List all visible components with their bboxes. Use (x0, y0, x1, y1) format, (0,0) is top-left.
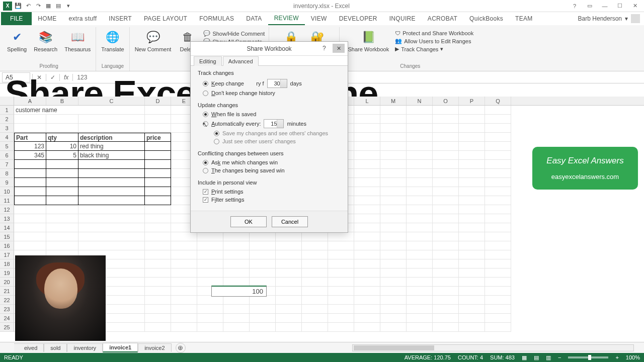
cell[interactable] (380, 178, 407, 187)
radio-dont-keep[interactable]: Don't keep change history (203, 89, 341, 97)
cell[interactable] (485, 151, 511, 160)
cell[interactable] (354, 142, 380, 151)
cell[interactable] (433, 214, 459, 223)
cell[interactable] (302, 241, 328, 250)
row-header[interactable]: 3 (0, 124, 14, 133)
cell[interactable] (380, 250, 407, 259)
cell[interactable] (485, 296, 511, 305)
column-header[interactable]: Q (485, 97, 511, 105)
cell[interactable]: 123 (14, 142, 46, 151)
cell[interactable] (14, 223, 46, 232)
cell[interactable] (145, 214, 171, 223)
cell[interactable] (197, 268, 223, 278)
cell[interactable] (407, 296, 433, 305)
row-header[interactable]: 8 (0, 169, 14, 178)
cell[interactable] (459, 268, 485, 278)
cell[interactable] (433, 250, 459, 259)
cell[interactable] (14, 169, 46, 178)
cell[interactable] (145, 241, 171, 250)
cell[interactable] (223, 296, 250, 305)
cell[interactable] (46, 160, 78, 169)
cell[interactable] (407, 223, 433, 232)
cell[interactable] (354, 323, 380, 332)
showhide-comment-button[interactable]: 💬Show/Hide Comment (203, 30, 265, 37)
cell[interactable] (354, 169, 380, 178)
row-header[interactable]: 21 (0, 287, 14, 296)
cell[interactable] (354, 187, 380, 196)
cell[interactable] (380, 196, 407, 205)
cell[interactable] (380, 268, 407, 278)
column-header[interactable]: L (354, 97, 380, 105)
cell[interactable] (197, 241, 223, 250)
cell[interactable] (459, 115, 485, 124)
minutes-spinner[interactable]: 15 (264, 119, 284, 128)
row-header[interactable]: 18 (0, 259, 14, 268)
cell[interactable] (407, 232, 433, 241)
share-workbook-button[interactable]: 📗Share Workbook (347, 28, 390, 53)
cell[interactable] (171, 305, 197, 314)
cell[interactable] (171, 259, 197, 268)
cell[interactable] (433, 106, 459, 115)
cell[interactable] (14, 115, 46, 124)
cell[interactable] (223, 314, 250, 323)
days-spinner[interactable]: 30 (267, 79, 287, 88)
cell[interactable] (433, 232, 459, 241)
select-all-button[interactable] (0, 97, 14, 105)
cell[interactable] (407, 187, 433, 196)
cell[interactable] (276, 259, 302, 268)
cell[interactable] (354, 205, 380, 214)
cell[interactable] (407, 268, 433, 278)
cell[interactable] (197, 314, 223, 323)
cell[interactable] (380, 187, 407, 196)
cell[interactable] (46, 124, 78, 133)
cell[interactable]: customer name (14, 106, 145, 115)
cell[interactable] (407, 323, 433, 332)
sheet-tab[interactable]: sold (44, 343, 67, 352)
cell[interactable] (250, 250, 276, 259)
cell[interactable] (328, 296, 354, 305)
cell[interactable] (250, 323, 276, 332)
cell[interactable] (407, 133, 433, 142)
radio-being-saved[interactable]: The changes being saved win (203, 166, 341, 174)
cell[interactable] (407, 250, 433, 259)
cell[interactable] (250, 305, 276, 314)
cell[interactable] (380, 106, 407, 115)
cell[interactable] (302, 296, 328, 305)
cell[interactable] (433, 124, 459, 133)
cell[interactable] (354, 196, 380, 205)
sheet-tab[interactable]: invoice2 (138, 343, 171, 352)
cell[interactable] (250, 259, 276, 268)
cell[interactable] (145, 250, 171, 259)
cell[interactable] (145, 305, 171, 314)
radio-just-see[interactable]: Just see other users' changes (214, 137, 341, 145)
cell[interactable] (46, 232, 78, 241)
cell[interactable] (407, 314, 433, 323)
cell[interactable] (328, 259, 354, 268)
cell[interactable] (459, 278, 485, 287)
row-header[interactable]: 4 (0, 133, 14, 142)
fx-icon[interactable]: fx (59, 74, 72, 81)
cell[interactable] (407, 305, 433, 314)
qat-icon-1[interactable]: ▦ (44, 2, 52, 10)
cell[interactable] (380, 278, 407, 287)
cell[interactable] (171, 250, 197, 259)
cell[interactable] (354, 287, 380, 296)
help-icon[interactable]: ? (568, 2, 582, 11)
cell[interactable] (459, 196, 485, 205)
cell[interactable] (145, 196, 171, 205)
column-header[interactable]: N (407, 97, 433, 105)
cell[interactable] (354, 268, 380, 278)
cell[interactable] (145, 278, 171, 287)
redo-icon[interactable]: ↷ (34, 2, 42, 10)
cell[interactable] (433, 205, 459, 214)
undo-icon[interactable]: ↶ (24, 2, 32, 10)
cell[interactable] (328, 241, 354, 250)
cell[interactable] (407, 142, 433, 151)
cell[interactable] (14, 205, 46, 214)
column-header[interactable]: O (433, 97, 459, 105)
cell[interactable] (302, 278, 328, 287)
cell[interactable]: red thing (78, 142, 145, 151)
cell[interactable] (145, 124, 171, 133)
check-print-settings[interactable]: Print settings (203, 188, 341, 196)
cell[interactable] (459, 232, 485, 241)
